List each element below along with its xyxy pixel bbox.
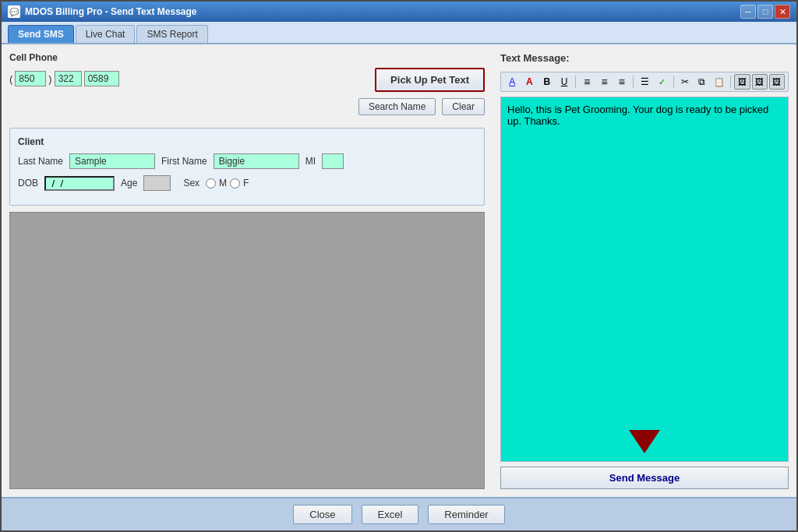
search-name-button[interactable]: Search Name bbox=[358, 98, 436, 115]
client-name-row: Last Name First Name MI bbox=[18, 153, 476, 169]
close-button[interactable]: Close bbox=[293, 505, 351, 524]
phone-inputs: ( ) bbox=[9, 71, 119, 86]
copy-icon[interactable]: ⧉ bbox=[694, 74, 710, 90]
mi-label: MI bbox=[305, 156, 316, 167]
first-name-input[interactable] bbox=[214, 153, 299, 169]
age-label: Age bbox=[121, 178, 137, 188]
bottom-bar: Close Excel Reminder bbox=[2, 497, 796, 530]
toolbar-sep-3 bbox=[673, 76, 674, 88]
phone-number-input[interactable] bbox=[84, 71, 119, 86]
client-section: Client Last Name First Name MI DOB Age S… bbox=[9, 128, 485, 206]
format-icon[interactable]: A bbox=[504, 74, 520, 90]
last-name-input[interactable] bbox=[69, 153, 155, 169]
message-display: Hello, this is Pet Grooming. Your dog is… bbox=[500, 97, 789, 462]
align-left-icon[interactable]: ≡ bbox=[579, 74, 595, 90]
content-area: Cell Phone ( ) Pick Up Pet Text Searc bbox=[2, 44, 796, 497]
age-input[interactable] bbox=[143, 175, 171, 191]
cut-icon[interactable]: ✂ bbox=[676, 74, 692, 90]
paste-icon[interactable]: 📋 bbox=[711, 74, 727, 90]
sex-male-radio[interactable] bbox=[206, 178, 216, 188]
client-dob-row: DOB Age Sex M F bbox=[18, 175, 476, 191]
title-controls: ─ □ ✕ bbox=[740, 5, 790, 19]
cell-phone-group: Cell Phone ( ) bbox=[9, 52, 119, 86]
title-bar: 💬 MDOS Billing Pro - Send Text Message ─… bbox=[2, 2, 796, 22]
phone-exchange-input[interactable] bbox=[55, 71, 82, 86]
top-row: Cell Phone ( ) Pick Up Pet Text bbox=[9, 52, 485, 92]
grey-content-area bbox=[9, 212, 485, 489]
image1-icon[interactable]: 🖼 bbox=[734, 74, 750, 90]
excel-button[interactable]: Excel bbox=[362, 505, 419, 524]
clear-button[interactable]: Clear bbox=[442, 98, 485, 115]
underline-icon[interactable]: U bbox=[556, 74, 572, 90]
align-right-icon[interactable]: ≡ bbox=[614, 74, 630, 90]
cell-phone-row: Cell Phone bbox=[9, 52, 119, 63]
right-panel: Text Message: A A B U ≡ ≡ ≡ ☰ ✓ ✂ ⧉ 📋 🖼 bbox=[493, 44, 796, 497]
sex-f-label: F bbox=[243, 178, 249, 188]
tab-sms-report[interactable]: SMS Report bbox=[136, 25, 207, 43]
left-panel: Cell Phone ( ) Pick Up Pet Text Searc bbox=[2, 44, 493, 497]
tab-live-chat[interactable]: Live Chat bbox=[76, 25, 136, 43]
client-label: Client bbox=[18, 136, 476, 147]
tab-bar: Send SMS Live Chat SMS Report bbox=[2, 22, 796, 44]
sex-m-label: M bbox=[219, 178, 227, 188]
phone-area-input[interactable] bbox=[15, 71, 46, 86]
image2-icon[interactable]: 🖼 bbox=[752, 74, 768, 90]
open-paren: ( bbox=[9, 73, 12, 85]
font-color-icon[interactable]: A bbox=[521, 74, 537, 90]
close-paren: ) bbox=[48, 73, 51, 85]
last-name-label: Last Name bbox=[18, 156, 63, 167]
first-name-label: First Name bbox=[161, 156, 207, 167]
dob-label: DOB bbox=[18, 178, 38, 188]
toolbar-sep-2 bbox=[633, 76, 634, 88]
text-message-label: Text Message: bbox=[500, 52, 789, 64]
pickup-btn-container: Pick Up Pet Text bbox=[375, 52, 485, 92]
toolbar-sep-1 bbox=[575, 76, 576, 88]
mi-input[interactable] bbox=[322, 153, 344, 169]
image3-icon[interactable]: 🖼 bbox=[769, 74, 785, 90]
tab-send-sms[interactable]: Send SMS bbox=[8, 25, 74, 43]
minimize-button[interactable]: ─ bbox=[740, 5, 756, 19]
sex-label: Sex bbox=[183, 178, 200, 188]
title-bar-left: 💬 MDOS Billing Pro - Send Text Message bbox=[8, 5, 196, 18]
cell-phone-label: Cell Phone bbox=[9, 52, 58, 63]
sex-female-radio[interactable] bbox=[230, 178, 240, 188]
send-message-button[interactable]: Send Message bbox=[500, 467, 789, 489]
maximize-button[interactable]: □ bbox=[757, 5, 773, 19]
text-toolbar: A A B U ≡ ≡ ≡ ☰ ✓ ✂ ⧉ 📋 🖼 🖼 🖼 bbox=[500, 72, 789, 92]
sex-radio-group: M F bbox=[206, 178, 249, 188]
spellcheck-icon[interactable]: ✓ bbox=[654, 74, 669, 90]
close-window-button[interactable]: ✕ bbox=[775, 5, 790, 19]
message-text: Hello, this is Pet Grooming. Your dog is… bbox=[507, 104, 768, 127]
arrow-down-icon bbox=[629, 430, 660, 453]
reminder-button[interactable]: Reminder bbox=[428, 505, 504, 524]
window-title: MDOS Billing Pro - Send Text Message bbox=[25, 6, 196, 17]
search-clear-row: Search Name Clear bbox=[9, 98, 485, 115]
toolbar-sep-4 bbox=[730, 76, 731, 88]
bullet-list-icon[interactable]: ☰ bbox=[637, 74, 652, 90]
align-center-icon[interactable]: ≡ bbox=[596, 74, 612, 90]
app-icon: 💬 bbox=[8, 5, 20, 18]
pickup-pet-text-button[interactable]: Pick Up Pet Text bbox=[375, 68, 485, 92]
dob-input[interactable] bbox=[44, 176, 115, 191]
bold-icon[interactable]: B bbox=[539, 74, 555, 90]
main-window: 💬 MDOS Billing Pro - Send Text Message ─… bbox=[0, 0, 798, 532]
